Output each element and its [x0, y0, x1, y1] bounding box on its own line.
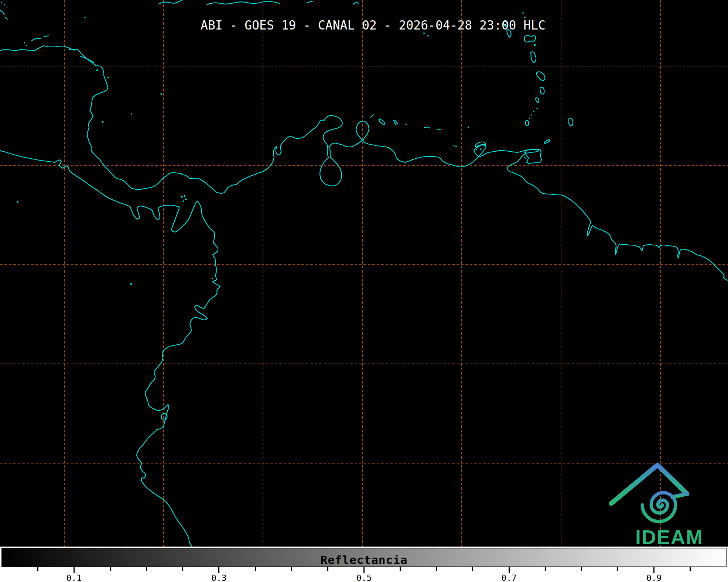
- coastline-top-fragment-1: [307, 1, 313, 3]
- island-grenada: [526, 120, 529, 125]
- colorbar-major-tick: [74, 567, 75, 573]
- colorbar-minor-tick: [436, 567, 437, 571]
- colorbar-major-tick: [509, 567, 510, 573]
- colorbar-panel: Reflectancia 0.10.30.50.70.9: [0, 547, 728, 582]
- colorbar-tick-label: 0.3: [211, 574, 227, 582]
- island-trinidad: [524, 149, 541, 163]
- island-aruba: [371, 115, 373, 117]
- satellite-image-viewer: ABI - GOES 19 - CANAL 02 - 2026-04-28 23…: [0, 0, 728, 582]
- small-island-dots: [1, 1, 537, 285]
- colorbar-minor-tick: [291, 567, 292, 571]
- colorbar-label: Reflectancia: [321, 553, 408, 566]
- island-st-vincent: [536, 98, 539, 103]
- colorbar-tick-label: 0.9: [646, 574, 662, 582]
- logo-wordmark: IDEAM: [635, 526, 703, 548]
- colorbar-minor-tick: [690, 567, 691, 571]
- coastline-hispaniola-fragment: [207, 1, 280, 5]
- logo-spiral-icon: [642, 493, 676, 521]
- island-curacao: [379, 119, 385, 125]
- island-los-roques: [424, 127, 457, 147]
- reflectance-colorbar: Reflectancia: [1, 548, 727, 567]
- bay-islands: [0, 10, 48, 41]
- colorbar-major-tick: [363, 567, 365, 573]
- logo-mountain-ridge-icon: [673, 494, 687, 497]
- coastline-caribbean-mainland: [0, 46, 728, 280]
- colorbar-tick-label: 0.1: [66, 574, 82, 582]
- colorbar-major-tick: [218, 567, 219, 573]
- island-bonaire: [394, 120, 397, 124]
- coastline-top-fragment-2: [353, 3, 359, 4]
- island-tobago: [544, 140, 550, 144]
- image-title: ABI - GOES 19 - CANAL 02 - 2026-04-28 23…: [201, 18, 546, 32]
- island-martinique: [536, 72, 545, 81]
- coastline-pacific: [0, 151, 220, 546]
- island-guadeloupe: [524, 35, 536, 42]
- colorbar-tick-label: 0.5: [356, 574, 372, 582]
- colorbar-minor-tick: [37, 567, 38, 571]
- colorbar-minor-tick: [617, 567, 618, 571]
- colorbar-tick-label: 0.7: [501, 574, 517, 582]
- colorbar-major-tick: [653, 567, 654, 573]
- colorbar-minor-tick: [581, 567, 582, 571]
- colorbar-minor-tick: [327, 567, 328, 571]
- colorbar-minor-tick: [400, 567, 401, 571]
- colorbar-minor-tick: [255, 567, 256, 571]
- coastline-jamaica-fragment: [159, 0, 182, 4]
- coastline-lake-maracaibo: [320, 146, 342, 186]
- satellite-map-area: ABI - GOES 19 - CANAL 02 - 2026-04-28 23…: [0, 0, 728, 547]
- colorbar-minor-tick: [545, 567, 546, 571]
- island-st-lucia: [540, 87, 544, 94]
- island-dominica: [531, 52, 536, 63]
- ideam-logo: IDEAM: [608, 460, 707, 548]
- colorbar-minor-tick: [182, 567, 183, 571]
- colorbar-minor-tick: [146, 567, 147, 571]
- island-barbados: [569, 118, 573, 125]
- miskito-islets: [69, 49, 93, 62]
- colorbar-minor-tick: [472, 567, 473, 571]
- colorbar-minor-tick: [110, 567, 111, 571]
